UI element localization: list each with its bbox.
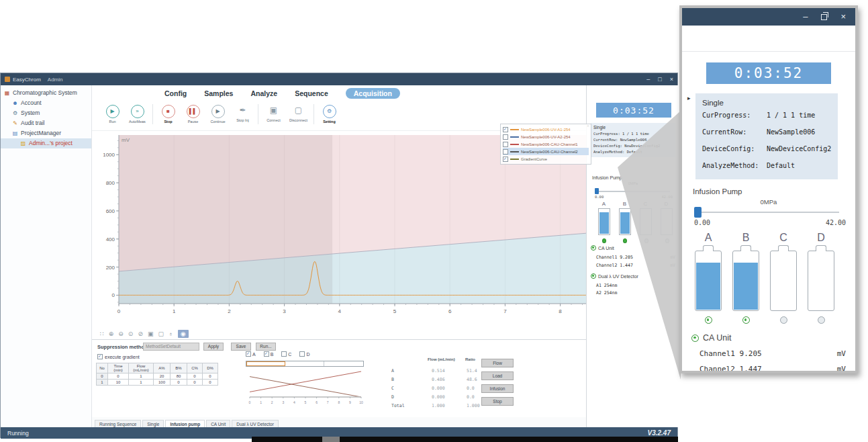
legend-item[interactable]: NewSample006-CAU-Channel1 <box>503 140 589 148</box>
toolbar-separator <box>314 104 314 124</box>
collapse-arrow-icon[interactable]: ▸ <box>687 95 691 101</box>
legend-item[interactable]: NewSample006-UV-A1-254 <box>503 126 589 133</box>
run-button[interactable]: ▶Run <box>100 103 125 124</box>
channel-led-icon[interactable] <box>742 316 750 324</box>
setting-button[interactable]: ⚙Setting <box>317 103 342 124</box>
checkbox-icon[interactable] <box>97 354 103 359</box>
suppression-method-select[interactable]: MethodSetDefault <box>143 343 199 351</box>
tab-single[interactable]: Single <box>142 420 164 427</box>
menu-analyze[interactable]: Analyze <box>250 89 277 97</box>
checkbox-icon[interactable] <box>503 134 508 140</box>
stop-button-small[interactable]: Stop <box>481 397 514 406</box>
sidebar-item-project-manager[interactable]: ▤ ProjectManager <box>1 128 91 138</box>
zoom-reset-icon[interactable]: ▢ <box>158 330 164 337</box>
toolbar-separator <box>258 104 258 124</box>
svg-text:6: 6 <box>316 400 318 404</box>
svg-text:4: 4 <box>293 400 295 404</box>
tab-ca-unit[interactable]: CA Unit <box>206 420 230 427</box>
infusion-button[interactable]: Infusion <box>481 384 514 393</box>
zoom-region-icon[interactable]: ▣ <box>148 330 154 337</box>
toolbar-separator <box>152 104 153 124</box>
svg-text:7: 7 <box>503 308 507 314</box>
logged-in-user: Admin <box>48 77 63 83</box>
title-bar: EasyChrom Admin – □ × <box>1 73 677 85</box>
svg-text:mV: mV <box>122 137 130 143</box>
tab-running-sequence[interactable]: Running Sequence <box>95 420 141 427</box>
checkbox-icon[interactable] <box>503 142 508 147</box>
channel-led-icon[interactable] <box>602 238 606 243</box>
channel-led-icon[interactable] <box>623 238 627 243</box>
menu-acquisition-active[interactable]: Acquisition <box>346 88 400 99</box>
minimize-icon[interactable]: – <box>646 73 650 85</box>
channel-c-checkbox[interactable]: C <box>281 351 291 357</box>
chart-zoom-toolbar: ∷ ⊕ ⊖ ⊙ ⊘ ▣ ▢ ♁ ◉ <box>100 330 189 338</box>
series-color-swatch <box>510 151 519 152</box>
auto-scale-icon[interactable]: ◉ <box>178 330 189 338</box>
window-controls: – □ × <box>646 73 673 85</box>
menu-config[interactable]: Config <box>164 89 187 97</box>
pan-icon[interactable]: ∷ <box>100 330 104 337</box>
tab-infusion-pump[interactable]: Infusion pump <box>165 420 205 427</box>
slider-handle[interactable] <box>694 207 702 218</box>
sidebar-item-audit-trail[interactable]: ✎ Audit trail <box>1 118 91 128</box>
legend-item[interactable]: GradientCurve <box>503 155 589 163</box>
legend-item[interactable]: NewSample006-UV-A2-254 <box>503 133 589 140</box>
save-button[interactable]: Save <box>231 343 251 351</box>
minimize-icon[interactable]: – <box>803 8 808 26</box>
pause-button[interactable]: ▌▌Pause <box>181 103 205 124</box>
svg-text:7: 7 <box>327 400 329 404</box>
magnified-status-panel: – × 0:03:52 ▸ Single CurProgress:1 / 1 1… <box>679 5 858 373</box>
close-icon[interactable]: × <box>840 8 846 26</box>
restore-icon[interactable] <box>821 14 827 20</box>
pencil-icon: ✎ <box>11 118 19 128</box>
zoom-x-icon[interactable]: ⊙ <box>128 330 134 337</box>
svg-text:9: 9 <box>349 400 351 404</box>
checkbox-icon[interactable] <box>503 157 508 162</box>
resume-icon: ▶ <box>211 105 225 118</box>
maximize-icon[interactable]: □ <box>658 73 661 85</box>
sidebar-item-chromatographic-system[interactable]: ▦ Chromatographic System <box>1 88 91 98</box>
disconnect-button[interactable]: ▢Disconnect <box>286 103 311 122</box>
tab-uv-detector[interactable]: Dual λ UV Detector <box>232 420 279 427</box>
automeas-button[interactable]: »AutoMeas <box>125 103 150 124</box>
zoom-in-icon[interactable]: ⊕ <box>109 330 114 337</box>
callout-title-bar: – × <box>682 8 855 26</box>
stop-inj-button[interactable]: ✒Stop Inj <box>230 103 255 122</box>
channel-d-checkbox[interactable]: D <box>299 351 309 357</box>
menu-samples[interactable]: Samples <box>204 89 233 97</box>
close-icon[interactable]: × <box>670 73 673 85</box>
sidebar-item-account[interactable]: ☻ Account <box>1 98 91 108</box>
apply-button[interactable]: Apply <box>203 343 224 351</box>
pressure-slider-large[interactable] <box>694 207 839 218</box>
svg-text:8: 8 <box>559 308 562 314</box>
svg-text:1: 1 <box>260 400 262 404</box>
slider-handle[interactable] <box>595 188 599 194</box>
zoom-y-icon[interactable]: ⊘ <box>138 330 143 337</box>
status-led-icon <box>591 273 596 279</box>
sidebar-item-current-project[interactable]: ▨ Admin...'s project <box>1 138 91 148</box>
stop-button[interactable]: ■Stop <box>156 103 181 124</box>
sidebar-item-system[interactable]: ⚙ System <box>1 108 91 118</box>
channel-led-icon[interactable] <box>780 316 787 324</box>
hand-icon[interactable]: ♁ <box>168 330 173 337</box>
pause-icon: ▌▌ <box>187 105 200 118</box>
continue-button[interactable]: ▶Continue <box>205 103 230 124</box>
run-timer: 0:03:52 <box>596 103 671 118</box>
checkbox-icon[interactable] <box>503 149 508 154</box>
zoom-out-icon[interactable]: ⊖ <box>118 330 124 337</box>
flow-button[interactable]: Flow <box>481 359 514 367</box>
channel-a-checkbox[interactable]: A <box>246 351 256 357</box>
connect-button[interactable]: ▣Connect <box>261 103 286 122</box>
run-more-button[interactable]: Run... <box>256 343 276 351</box>
checkbox-icon[interactable] <box>503 127 508 132</box>
bottle-b: B <box>732 232 760 324</box>
channel-led-icon[interactable] <box>705 316 712 324</box>
load-button[interactable]: Load <box>481 371 514 380</box>
svg-text:600: 600 <box>106 208 115 214</box>
channel-b-checkbox[interactable]: B <box>264 351 274 357</box>
gradient-table[interactable]: No Time (min) Flow (mL/min) A% B% C% D% … <box>96 363 218 386</box>
menu-sequence[interactable]: Sequence <box>295 89 328 97</box>
legend-item[interactable]: NewSample006-CAU-Channel2 <box>503 148 589 155</box>
execute-gradient-checkbox[interactable]: execute gradient <box>97 354 140 359</box>
channel-led-icon[interactable] <box>818 316 825 324</box>
